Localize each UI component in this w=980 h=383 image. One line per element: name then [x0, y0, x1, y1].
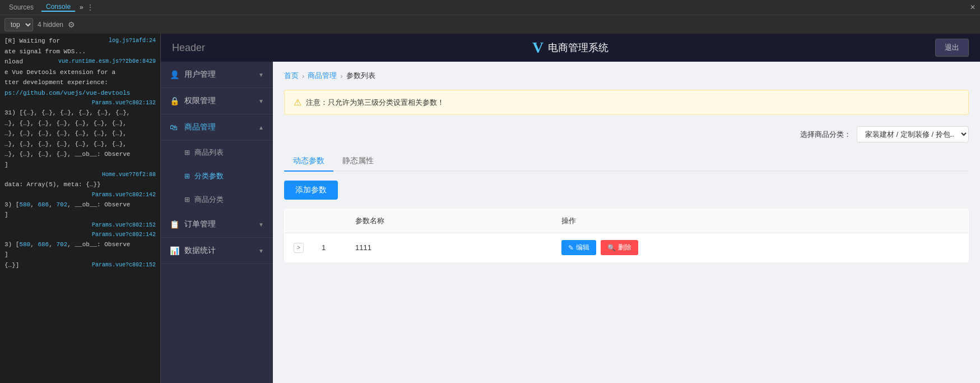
th-action: 操作 [552, 209, 969, 233]
sidebar-label: 订单管理 [184, 219, 254, 229]
breadcrumb-product-management[interactable]: 商品管理 [308, 71, 337, 81]
app-area: Header V 电商管理系统 退出 👤 用户管理 ▼ 🔒 权限管理 [161, 34, 980, 383]
sidebar-label: 用户管理 [184, 70, 254, 80]
order-icon: 📋 [170, 220, 180, 229]
expand-cell: > [285, 233, 313, 262]
edit-label: 编辑 [576, 243, 589, 252]
console-line: ate signal from WDS... [0, 47, 160, 57]
console-line: 3) [580, 686, 702, __ob__: Observe [0, 200, 160, 210]
user-icon: 👤 [170, 70, 180, 79]
app-header: Header V 电商管理系统 退出 [161, 34, 980, 62]
sidebar-sub-label: 分类参数 [194, 171, 224, 181]
hidden-badge: 4 hidden [38, 21, 63, 29]
sidebar-item-category-params[interactable]: ⊞ 分类参数 [161, 164, 273, 188]
category-select[interactable]: 家装建材 / 定制装修 / 拎包... [857, 126, 969, 142]
devtools-tab-console[interactable]: Console [41, 3, 75, 12]
devtools-tab-sources[interactable]: Sources [4, 3, 38, 11]
close-devtools-button[interactable]: ✕ [970, 3, 976, 11]
chevron-down-icon: ▼ [258, 222, 264, 228]
sidebar-label: 商品管理 [184, 122, 254, 132]
sidebar-item-order-management[interactable]: 📋 订单管理 ▼ [161, 211, 273, 238]
console-line: Params.vue?c802:132 [0, 98, 160, 108]
console-line: e Vue Devtools extension for a [0, 67, 160, 78]
app-body: 👤 用户管理 ▼ 🔒 权限管理 ▼ 🛍 商品管理 ▲ ⊞ [161, 62, 980, 383]
warning-icon: ⚠ [294, 97, 301, 108]
devtools-console[interactable]: [R] Waiting for log.js?1afd:24 ate signa… [0, 34, 161, 383]
header-placeholder: Header [172, 42, 205, 54]
main-wrapper: [R] Waiting for log.js?1afd:24 ate signa… [0, 34, 980, 383]
sidebar-item-product-category[interactable]: ⊞ 商品分类 [161, 188, 273, 211]
sidebar-sub-label: 商品列表 [194, 147, 224, 158]
console-line: data: Array(5), meta: {…}} [0, 179, 160, 190]
delete-icon: 🔍 [607, 244, 616, 252]
sidebar-item-product-management[interactable]: 🛍 商品管理 ▲ [161, 114, 273, 141]
sidebar-item-user-management[interactable]: 👤 用户管理 ▼ [161, 62, 273, 88]
th-num [313, 209, 346, 233]
sidebar-item-data-statistics[interactable]: 📊 数据统计 ▼ [161, 238, 273, 264]
main-content: 首页 › 商品管理 › 参数列表 ⚠ 注意：只允许为第三级分类设置相关参数！ 选… [273, 62, 980, 383]
action-buttons: ✎ 编辑 🔍 删除 [561, 240, 959, 255]
breadcrumb: 首页 › 商品管理 › 参数列表 [284, 71, 969, 81]
table-row: > 1 1111 ✎ 编辑 [285, 233, 969, 262]
console-line: Home.vue?76f2:88 [0, 170, 160, 179]
params-table: 参数名称 操作 > 1 1111 [284, 209, 969, 262]
tab-static-attrs[interactable]: 静态属性 [333, 151, 383, 172]
row-name-cell: 1111 [346, 233, 552, 262]
chevron-up-icon: ▲ [258, 124, 264, 131]
console-line: Params.vue?c802:152 [0, 220, 160, 230]
th-expand [285, 209, 313, 233]
chevron-down-icon: ▼ [258, 248, 264, 254]
more-tabs-button[interactable]: » [80, 3, 83, 11]
console-line: ] [0, 250, 160, 260]
logo-area: V 电商管理系统 [532, 39, 609, 57]
category-selector: 选择商品分类： 家装建材 / 定制装修 / 拎包... [284, 126, 969, 142]
th-params-name: 参数名称 [346, 209, 552, 233]
row-num-cell: 1 [313, 233, 346, 262]
category-selector-label: 选择商品分类： [800, 130, 851, 140]
app-title: 电商管理系统 [548, 41, 609, 54]
sidebar-item-product-list[interactable]: ⊞ 商品列表 [161, 141, 273, 164]
breadcrumb-separator: › [340, 72, 342, 80]
content-inner: 首页 › 商品管理 › 参数列表 ⚠ 注意：只允许为第三级分类设置相关参数！ 选… [273, 62, 980, 271]
console-line: ] [0, 210, 160, 220]
chevron-down-icon: ▼ [258, 98, 264, 104]
chevron-down-icon: ▼ [258, 72, 264, 78]
grid-icon: ⊞ [184, 149, 190, 156]
console-line: [R] Waiting for log.js?1afd:24 [0, 36, 160, 47]
sidebar: 👤 用户管理 ▼ 🔒 权限管理 ▼ 🛍 商品管理 ▲ ⊞ [161, 62, 273, 383]
console-line: …}, {…}, {…}, {…}, __ob__: Observe [0, 149, 160, 160]
sidebar-item-permission-management[interactable]: 🔒 权限管理 ▼ [161, 88, 273, 114]
product-icon: 🛍 [170, 123, 180, 132]
devtools-topbar: Sources Console » ⋮ ✕ [0, 0, 980, 15]
console-line: nload vue.runtime.esm.js??2b0e:8429 [0, 57, 160, 67]
console-line: {…}] Params.vue?c802:152 [0, 260, 160, 271]
console-line: …}, {…}, {…}, {…}, {…}, {…}, {…}, [0, 128, 160, 139]
notice-banner: ⚠ 注意：只允许为第三级分类设置相关参数！ [284, 90, 969, 115]
expand-row-button[interactable]: > [294, 243, 304, 253]
notice-text: 注意：只允许为第三级分类设置相关参数！ [306, 98, 444, 108]
console-line: ps://github.com/vuejs/vue-devtools [0, 88, 160, 99]
console-line: 3) [580, 686, 702, __ob__: Observe [0, 239, 160, 250]
delete-label: 删除 [618, 243, 631, 252]
gear-icon[interactable]: ⚙ [68, 20, 75, 29]
grid-icon: ⊞ [184, 172, 190, 180]
edit-button[interactable]: ✎ 编辑 [561, 240, 596, 255]
sidebar-label: 数据统计 [184, 246, 254, 256]
breadcrumb-home[interactable]: 首页 [284, 71, 299, 81]
lock-icon: 🔒 [170, 96, 180, 105]
row-action-cell: ✎ 编辑 🔍 删除 [552, 233, 969, 262]
tab-dynamic-params[interactable]: 动态参数 [284, 151, 333, 172]
tabs: 动态参数 静态属性 [284, 151, 969, 172]
context-select[interactable]: top [4, 18, 33, 31]
console-line: Params.vue?c802:142 [0, 190, 160, 200]
console-line: tter development experience: [0, 77, 160, 88]
add-params-button[interactable]: 添加参数 [284, 181, 338, 200]
delete-button[interactable]: 🔍 删除 [601, 240, 638, 255]
console-line: ] [0, 160, 160, 170]
breadcrumb-separator: › [302, 72, 304, 80]
logout-button[interactable]: 退出 [935, 39, 969, 57]
chart-icon: 📊 [170, 246, 180, 255]
sidebar-sub-label: 商品分类 [194, 195, 224, 205]
breadcrumb-current: 参数列表 [346, 71, 375, 81]
dots-menu-button[interactable]: ⋮ [87, 3, 94, 11]
